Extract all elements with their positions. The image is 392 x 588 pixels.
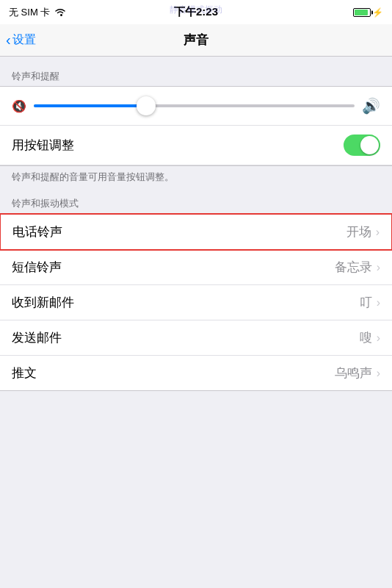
phone-ringtone-value: 开场 <box>346 223 371 240</box>
volume-group: 🔇 🔊 用按钮调整 <box>0 86 392 166</box>
volume-slider[interactable] <box>34 98 355 113</box>
send-email-value: 嗖 <box>360 329 372 346</box>
ringtone-header: 铃声和提醒 <box>0 64 392 86</box>
tweet-right: 乌鸣声 › <box>335 365 380 381</box>
adjust-button-toggle[interactable] <box>344 135 380 156</box>
send-email-right: 嗖 › <box>360 329 380 346</box>
tweet-value: 乌鸣声 <box>335 365 372 381</box>
send-email-label: 发送邮件 <box>12 329 62 346</box>
page-title: 声音 <box>184 32 208 49</box>
chevron-right-icon-2: › <box>377 261 380 274</box>
battery-icon <box>353 8 371 17</box>
phone-ringtone-right: 开场 › <box>346 223 380 240</box>
battery-fill <box>355 10 368 15</box>
tweet-label: 推文 <box>12 365 37 381</box>
status-bar: 无 SIM 卡 下午2:23 ⚡ <box>0 0 392 24</box>
status-time: 下午2:23 <box>174 5 218 19</box>
slider-fill <box>34 104 146 107</box>
vibration-header: 铃声和振动模式 <box>0 191 392 213</box>
new-email-label: 收到新邮件 <box>12 294 74 311</box>
volume-slider-row: 🔇 🔊 <box>0 87 392 126</box>
sim-label: 无 SIM 卡 <box>9 6 50 19</box>
phone-ringtone-row[interactable]: 电话铃声 开场 › <box>0 213 392 251</box>
toggle-knob <box>360 136 379 154</box>
phone-ringtone-label: 电话铃声 <box>12 223 62 240</box>
new-email-row[interactable]: 收到新邮件 叮 › <box>0 285 392 320</box>
chevron-right-icon-3: › <box>377 296 380 309</box>
sms-ringtone-value: 备忘录 <box>335 259 372 276</box>
status-left: 无 SIM 卡 <box>9 6 66 19</box>
sms-ringtone-row[interactable]: 短信铃声 备忘录 › <box>0 250 392 285</box>
chevron-right-icon-4: › <box>377 331 380 345</box>
sms-ringtone-label: 短信铃声 <box>12 259 62 276</box>
chevron-right-icon: › <box>376 226 380 239</box>
back-label: 设置 <box>12 32 36 48</box>
tweet-row[interactable]: 推文 乌鸣声 › <box>0 356 392 390</box>
volume-high-icon: 🔊 <box>362 97 380 115</box>
ringtone-list: 电话铃声 开场 › 短信铃声 备忘录 › 收到新邮件 叮 › 发送邮件 嗖 › … <box>0 213 392 391</box>
back-button[interactable]: ‹ 设置 <box>6 32 36 48</box>
send-email-row[interactable]: 发送邮件 嗖 › <box>0 320 392 356</box>
back-chevron-icon: ‹ <box>6 32 11 47</box>
slider-track <box>34 104 355 107</box>
volume-low-icon: 🔇 <box>12 99 26 113</box>
slider-thumb[interactable] <box>137 96 156 115</box>
adjust-button-label: 用按钮调整 <box>12 137 74 154</box>
wifi-icon <box>54 8 66 17</box>
adjust-description: 铃声和提醒的音量可用音量按钮调整。 <box>0 166 392 191</box>
charging-bolt: ⚡ <box>372 7 383 18</box>
adjust-button-row: 用按钮调整 <box>0 126 392 165</box>
status-right: ⚡ <box>353 7 383 18</box>
sms-ringtone-right: 备忘录 › <box>335 259 380 276</box>
new-email-right: 叮 › <box>360 294 380 311</box>
nav-bar: ‹ 设置 声音 <box>0 24 392 57</box>
battery-indicator: ⚡ <box>353 7 383 18</box>
top-gap <box>0 57 392 64</box>
new-email-value: 叮 <box>360 294 372 311</box>
chevron-right-icon-5: › <box>377 367 380 380</box>
